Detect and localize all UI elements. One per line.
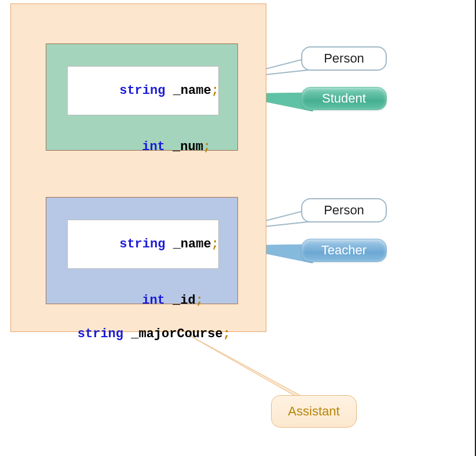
callout-person-student: Person (301, 46, 387, 71)
callout-teacher: Teacher (301, 239, 387, 262)
keyword-string: string (119, 83, 165, 98)
callout-assistant: Assistant (271, 395, 357, 428)
teacher-name-field: string _name; (67, 220, 219, 269)
identifier-name: _name (165, 237, 211, 251)
student-block: string _name; int _num; (46, 43, 238, 151)
keyword-int: int (142, 140, 165, 154)
semicolon: ; (211, 237, 219, 251)
callout-person-teacher: Person (301, 198, 387, 222)
identifier-name: _name (165, 83, 211, 98)
identifier-majorcourse: _majorCourse (123, 327, 223, 341)
semicolon: ; (196, 293, 203, 308)
assistant-majorcourse-field: string _majorCourse; (47, 312, 230, 356)
keyword-int: int (142, 293, 165, 308)
semicolon: ; (211, 83, 219, 98)
keyword-string: string (119, 237, 165, 251)
assistant-class-box: string _name; int _num; string _name; in… (10, 3, 266, 332)
callout-student: Student (301, 87, 387, 110)
identifier-id: _id (165, 293, 196, 308)
semicolon: ; (203, 140, 211, 154)
semicolon: ; (223, 327, 230, 341)
student-num-field: int _num; (96, 125, 211, 169)
keyword-string: string (78, 327, 123, 341)
teacher-block: string _name; int _id; (46, 197, 238, 304)
student-name-field: string _name; (67, 66, 219, 115)
identifier-num: _num (165, 140, 203, 154)
